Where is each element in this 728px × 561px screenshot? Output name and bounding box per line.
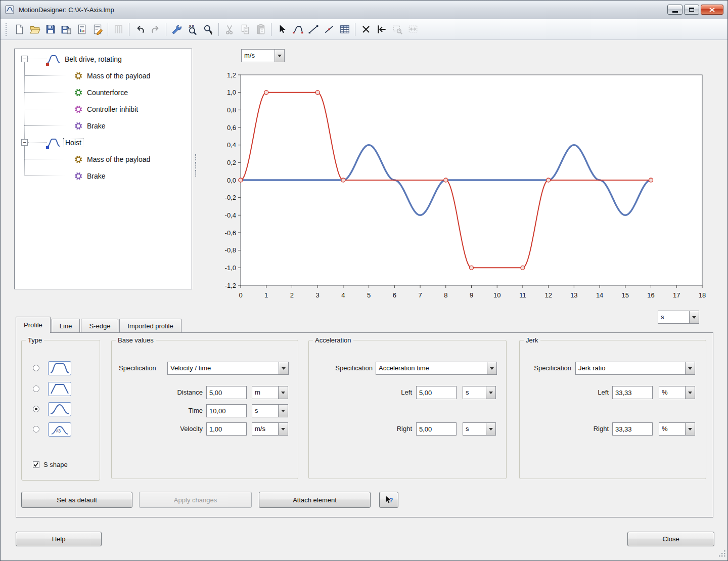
data-point-marker[interactable] xyxy=(649,178,653,182)
time-input[interactable] xyxy=(206,404,247,417)
tree-item-mass-of-the-payload[interactable]: Mass of the payload xyxy=(15,67,192,84)
toolbar-edit-document-button[interactable] xyxy=(90,22,105,37)
tab-imported-profile[interactable]: Imported profile xyxy=(119,319,181,332)
jerk-limited-icon[interactable]: √3 xyxy=(48,422,71,437)
tab-profile[interactable]: Profile xyxy=(16,317,51,333)
radio-icon[interactable] xyxy=(33,385,39,392)
toolbar-segment-tool-button[interactable] xyxy=(290,22,305,37)
dropdown-arrow-icon[interactable] xyxy=(275,50,284,62)
title-bar[interactable]: MotionDesigner: C:\X-Y-Axis.lmp xyxy=(1,1,727,19)
dropdown-arrow-icon[interactable] xyxy=(685,362,695,374)
profile-type-option-1[interactable] xyxy=(22,382,100,396)
tree-item-hoist[interactable]: −Hoist xyxy=(15,134,192,151)
svg-text:1: 1 xyxy=(264,291,268,299)
acceleration-right-unit-combo[interactable]: s xyxy=(463,422,496,436)
toolbar-jump-to-start-button[interactable] xyxy=(374,22,389,37)
minimize-button[interactable] xyxy=(667,5,682,15)
tree-item-controller-inhibit[interactable]: Controller inhibit xyxy=(15,101,192,117)
tree-item-mass-of-the-payload[interactable]: Mass of the payload xyxy=(15,151,192,167)
toolbar-line-tool-button[interactable] xyxy=(306,22,321,37)
radio-icon[interactable] xyxy=(33,365,39,371)
toolbar-settings-wrench-button[interactable] xyxy=(169,22,184,37)
acceleration-right-input[interactable] xyxy=(416,422,457,436)
attach-element-button[interactable]: Attach element xyxy=(259,492,371,508)
toolbar-zoom-select-button[interactable] xyxy=(201,22,215,37)
dropdown-arrow-icon[interactable] xyxy=(487,362,496,374)
profile-type-option-3[interactable]: √3 xyxy=(22,422,100,437)
jerk-right-unit-combo[interactable]: % xyxy=(659,422,695,436)
s-shape-checkbox[interactable] xyxy=(33,461,39,468)
data-point-marker[interactable] xyxy=(341,178,345,182)
toolbar-new-file-button[interactable] xyxy=(12,22,26,37)
profile-type-option-0[interactable] xyxy=(22,361,100,375)
jerk-right-input[interactable] xyxy=(612,422,653,436)
set-as-default-button[interactable]: Set as default xyxy=(21,492,132,508)
data-point-marker[interactable] xyxy=(521,266,525,270)
gear-icon xyxy=(74,72,82,80)
resize-grip[interactable] xyxy=(718,550,725,559)
velocity-input[interactable] xyxy=(206,422,247,436)
tree-collapse-icon[interactable]: − xyxy=(21,56,28,62)
data-point-marker[interactable] xyxy=(444,178,448,182)
toolbar-spline-tool-button[interactable] xyxy=(322,22,336,37)
radio-icon[interactable] xyxy=(33,426,39,433)
y-unit-combo[interactable]: m/s xyxy=(241,49,285,62)
radio-selected-icon[interactable] xyxy=(33,406,39,412)
toolbar-select-cursor-button[interactable] xyxy=(275,22,289,37)
distance-unit-combo[interactable]: m xyxy=(252,386,288,399)
toolbar-open-file-button[interactable] xyxy=(27,22,42,37)
tree-item-belt-drive-rotating[interactable]: −Belt drive, rotating xyxy=(15,51,192,67)
trapezoid-icon[interactable] xyxy=(48,382,71,396)
acceleration-spec-combo[interactable]: Acceleration time xyxy=(376,362,497,375)
x-unit-combo[interactable]: s xyxy=(658,311,699,324)
dropdown-arrow-icon[interactable] xyxy=(279,362,288,374)
velocity-chart[interactable]: 1,21,00,80,60,40,20,0-0,2-0,4-0,6-0,8-1,… xyxy=(209,68,713,309)
dropdown-arrow-icon[interactable] xyxy=(486,386,495,399)
close-window-button[interactable] xyxy=(701,5,723,15)
data-point-marker[interactable] xyxy=(315,91,320,95)
context-help-button[interactable]: ? xyxy=(379,492,398,508)
tree-collapse-icon[interactable]: − xyxy=(21,139,28,146)
tree-item-label: Controller inhibit xyxy=(87,105,138,113)
tree-item-brake[interactable]: Brake xyxy=(15,167,192,184)
dropdown-arrow-icon[interactable] xyxy=(278,386,288,399)
toolbar-zoom-100-button[interactable]: XX xyxy=(185,22,200,37)
acceleration-left-input[interactable] xyxy=(416,386,457,399)
close-dialog-button[interactable]: Close xyxy=(627,532,714,546)
profile-type-option-2[interactable] xyxy=(22,402,100,416)
toolbar-save-as-button[interactable] xyxy=(59,22,73,37)
data-point-marker[interactable] xyxy=(264,91,268,95)
base-spec-combo[interactable]: Velocity / time xyxy=(167,362,289,375)
jerk-left-unit-combo[interactable]: % xyxy=(659,386,695,399)
toolbar-report-button[interactable] xyxy=(74,22,89,37)
data-point-marker[interactable] xyxy=(547,178,551,182)
dropdown-arrow-icon[interactable] xyxy=(278,423,288,435)
dropdown-arrow-icon[interactable] xyxy=(685,423,695,435)
time-unit-combo[interactable]: s xyxy=(252,404,288,417)
help-button[interactable]: Help xyxy=(16,532,102,546)
velocity-unit-combo[interactable]: m/s xyxy=(252,422,288,436)
data-point-marker[interactable] xyxy=(470,266,474,270)
dropdown-arrow-icon[interactable] xyxy=(278,405,288,417)
tab-line[interactable]: Line xyxy=(52,319,80,332)
toolbar-table-tool-button[interactable] xyxy=(337,22,352,37)
tree-item-brake[interactable]: Brake xyxy=(15,117,192,134)
s-ramp-trapezoid-icon[interactable] xyxy=(48,361,71,375)
toolbar-delete-button[interactable] xyxy=(358,22,373,37)
toolbar-undo-button[interactable] xyxy=(132,22,147,37)
tree-item-counterforce[interactable]: Counterforce xyxy=(15,84,192,101)
toolbar-save-button[interactable] xyxy=(43,22,58,37)
tab-s-edge[interactable]: S-edge xyxy=(81,319,118,332)
distance-input[interactable] xyxy=(206,386,247,399)
s-curve-triangle-icon[interactable] xyxy=(48,402,71,416)
dropdown-arrow-icon[interactable] xyxy=(685,386,695,399)
splitter[interactable] xyxy=(193,49,199,289)
acceleration-left-unit-combo[interactable]: s xyxy=(463,386,496,399)
jerk-spec-combo[interactable]: Jerk ratio xyxy=(575,362,695,375)
dropdown-arrow-icon[interactable] xyxy=(689,311,699,323)
maximize-button[interactable] xyxy=(684,5,699,15)
toolbar-grip[interactable] xyxy=(6,23,8,36)
data-point-marker[interactable] xyxy=(239,178,243,182)
dropdown-arrow-icon[interactable] xyxy=(486,423,495,435)
jerk-left-input[interactable] xyxy=(612,386,653,399)
